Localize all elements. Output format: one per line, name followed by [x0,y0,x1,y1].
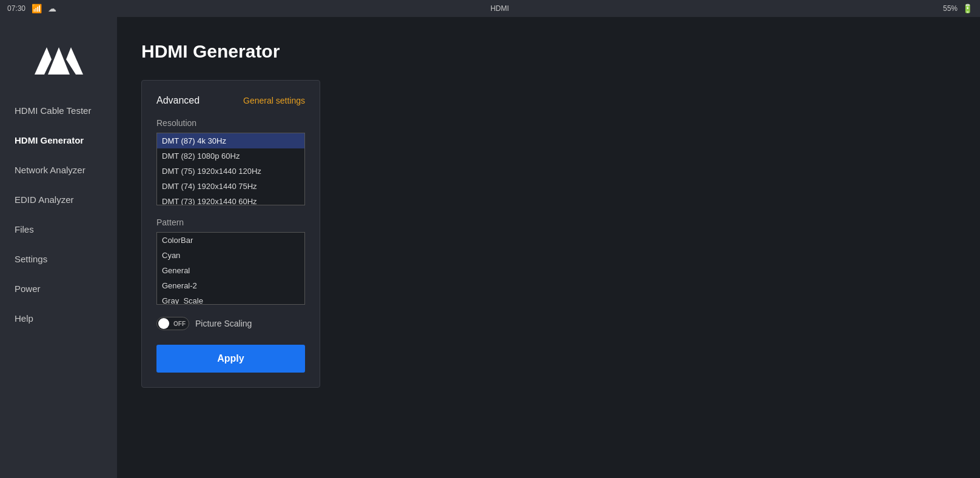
content-area: HDMI Generator Advanced General settings… [117,17,980,478]
toggle-off-label: OFF [173,320,186,327]
list-item[interactable]: General-2 [157,278,304,293]
settings-card: Advanced General settings Resolution DMT… [141,80,320,388]
svg-marker-2 [66,47,83,75]
sidebar-item-files[interactable]: Files [0,214,117,244]
list-item[interactable]: DMT (73) 1920x1440 60Hz [157,194,304,205]
sidebar-item-edid-analyzer[interactable]: EDID Analyzer [0,185,117,214]
logo-area [0,29,117,96]
status-bar-center: HDMI [491,4,509,13]
sidebar-item-network-analyzer[interactable]: Network Analyzer [0,155,117,185]
sidebar-item-settings[interactable]: Settings [0,244,117,274]
toggle-row: OFF Picture Scaling [156,317,305,330]
sidebar-item-hdmi-generator[interactable]: HDMI Generator [0,125,117,155]
sidebar-item-help[interactable]: Help [0,304,117,333]
list-item[interactable]: ColorBar [157,233,304,248]
wifi-icon: 📶 [32,4,42,13]
resolution-label: Resolution [156,118,305,128]
svg-marker-1 [48,47,70,75]
toggle-circle [158,318,169,329]
card-header: Advanced General settings [156,95,305,106]
list-item[interactable]: DMT (87) 4k 30Hz [157,133,304,148]
apply-button[interactable]: Apply [156,345,305,373]
resolution-listbox[interactable]: DMT (87) 4k 30Hz DMT (82) 1080p 60Hz DMT… [156,133,305,205]
sidebar-nav: HDMI Cable Tester HDMI Generator Network… [0,96,117,333]
list-item[interactable]: DMT (74) 1920x1440 75Hz [157,179,304,194]
advanced-label: Advanced [156,95,200,106]
sidebar-item-hdmi-cable-tester[interactable]: HDMI Cable Tester [0,96,117,125]
list-item[interactable]: Cyan [157,248,304,263]
pattern-listbox-inner[interactable]: ColorBar Cyan General General-2 Gray_Sca… [157,233,304,304]
list-item[interactable]: DMT (75) 1920x1440 120Hz [157,164,304,179]
hdmi-label: HDMI [491,4,509,13]
list-item[interactable]: DMT (82) 1080p 60Hz [157,148,304,164]
pattern-label: Pattern [156,217,305,227]
svg-marker-0 [35,47,52,75]
cloud-icon: ☁ [48,4,56,13]
status-bar: 07:30 📶 ☁ HDMI 55% 🔋 [0,0,980,17]
sidebar-item-power[interactable]: Power [0,274,117,304]
battery-icon: 🔋 [962,4,973,13]
resolution-listbox-inner[interactable]: DMT (87) 4k 30Hz DMT (82) 1080p 60Hz DMT… [157,133,304,205]
picture-scaling-toggle[interactable]: OFF [156,317,189,330]
list-item[interactable]: General [157,263,304,278]
sidebar: HDMI Cable Tester HDMI Generator Network… [0,17,117,478]
page-title: HDMI Generator [141,41,956,62]
picture-scaling-label: Picture Scaling [195,319,252,328]
general-settings-link[interactable]: General settings [243,96,305,105]
status-bar-right: 55% 🔋 [943,4,973,13]
pattern-listbox[interactable]: ColorBar Cyan General General-2 Gray_Sca… [156,232,305,305]
status-time: 07:30 [7,4,25,13]
battery-percent: 55% [943,4,958,13]
logo-icon [35,41,83,78]
main-layout: HDMI Cable Tester HDMI Generator Network… [0,17,980,478]
list-item[interactable]: Gray_Scale [157,293,304,304]
status-bar-left: 07:30 📶 ☁ [7,4,56,13]
